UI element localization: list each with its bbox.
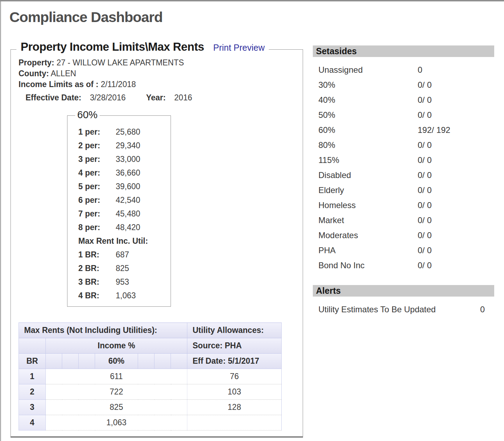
setaside-value: 0/ 0 — [418, 261, 432, 270]
income-col-empty-cell — [154, 354, 171, 369]
utility-allowance-cell: 103 — [187, 384, 282, 400]
setaside-row: Market 0/ 0 — [313, 213, 494, 228]
year-value: 2016 — [174, 93, 192, 102]
limit-row-label: Max Rent Inc. Util: — [78, 236, 148, 246]
br-number-cell: 1 — [19, 369, 46, 384]
limit-row-value: 825 — [116, 264, 129, 273]
county-value: ALLEN — [51, 69, 76, 78]
alert-value: 0 — [480, 305, 485, 314]
setaside-value: 0 — [418, 65, 422, 75]
limit-row-value: 29,340 — [116, 141, 140, 150]
max-rent-cell: 1,063 — [46, 415, 187, 431]
limit-row-label: 3 per: — [78, 155, 116, 164]
setaside-row: 30% 0/ 0 — [313, 77, 494, 92]
limit-row: 4 BR: 1,063 — [78, 289, 171, 303]
table-row: 3 825 128 — [19, 400, 282, 415]
limit-row: 3 per: 33,000 — [78, 152, 171, 166]
limit-row: 4 per: 36,660 — [78, 166, 171, 180]
table-row: 4 1,063 — [19, 415, 282, 431]
limit-row-label: 2 BR: — [78, 264, 116, 273]
property-label: Property: — [19, 58, 54, 67]
limit-row-value: 45,480 — [116, 209, 140, 219]
limit-row-label: 1 per: — [78, 127, 116, 137]
income-limits-60pct-box: 60% 1 per: 25,680 2 per: 29,340 3 per: 3… — [67, 115, 171, 307]
table-header-row-3: BR 60% Eff Date: 5/1/2017 — [19, 354, 282, 369]
effective-date-value: 3/28/2016 — [90, 93, 125, 102]
setaside-label: PHA — [318, 246, 418, 255]
limit-row: 1 per: 25,680 — [78, 125, 171, 139]
max-rents-table: Max Rents (Not Including Utilities): Uti… — [19, 322, 282, 431]
setaside-label: Homeless — [318, 200, 418, 210]
limit-row-label: 6 per: — [78, 195, 116, 205]
br-header-cell: BR — [19, 354, 46, 369]
setaside-row: Bond No Inc 0/ 0 — [313, 258, 494, 273]
limit-row: 5 per: 39,600 — [78, 180, 171, 193]
source-header-cell: Source: PHA — [187, 338, 282, 354]
setaside-label: Disabled — [318, 170, 418, 180]
year-label: Year: — [146, 93, 166, 102]
setaside-row: 115% 0/ 0 — [313, 152, 494, 168]
setaside-row: PHA 0/ 0 — [313, 243, 494, 258]
limit-row: 6 per: 42,540 — [78, 193, 171, 207]
setaside-row: Elderly 0/ 0 — [313, 183, 494, 198]
max-rent-cell: 611 — [46, 369, 187, 384]
pct-60-header-cell: 60% — [95, 354, 138, 369]
setaside-label: Elderly — [318, 185, 418, 195]
alert-row: Utility Estimates To Be Updated 0 — [313, 302, 494, 317]
limit-row-label: 7 per: — [78, 209, 116, 219]
limit-row-value: 33,000 — [116, 155, 140, 164]
income-pct-header-cell: Income % — [46, 338, 187, 354]
setaside-value: 0/ 0 — [418, 200, 432, 210]
income-col-empty-cell — [79, 354, 95, 369]
setaside-label: 80% — [318, 140, 418, 150]
setaside-row: 60% 192/ 192 — [313, 122, 494, 137]
table-header-row-2: Income % Source: PHA — [19, 338, 282, 354]
effective-date-line: Effective Date: 3/28/2016 Year: 2016 — [26, 93, 303, 102]
compliance-dashboard-window: Compliance Dashboard Property Income Lim… — [0, 0, 504, 441]
setaside-row: 40% 0/ 0 — [313, 92, 494, 107]
empty-header-cell — [19, 338, 46, 354]
setasides-list: Unassigned 0 30% 0/ 0 40% 0/ 0 50% 0/ 0 — [313, 62, 494, 273]
setaside-value: 0/ 0 — [418, 215, 432, 225]
eff-date-header-cell: Eff Date: 5/1/2017 — [187, 354, 282, 369]
utility-allowance-cell: 76 — [187, 369, 282, 384]
county-line: County: ALLEN — [19, 68, 303, 79]
property-line: Property: 27 - WILLOW LAKE APARTMENTS — [19, 57, 303, 68]
setaside-value: 0/ 0 — [418, 155, 432, 165]
limit-row-value: 36,660 — [116, 168, 140, 178]
br-number-cell: 2 — [19, 384, 46, 400]
limit-row: 1 BR: 687 — [78, 248, 171, 262]
setaside-row: 80% 0/ 0 — [313, 137, 494, 152]
panel-title: Property Income Limits\Max Rents — [21, 40, 204, 54]
property-income-limits-panel: Property Income Limits\Max Rents Print P… — [10, 49, 303, 438]
limit-row-label: 1 BR: — [78, 250, 116, 259]
max-rent-cell: 722 — [46, 384, 187, 400]
income-limits-as-of-line: Income Limits as of : 2/11/2018 — [19, 79, 303, 90]
setaside-label: Unassigned — [318, 65, 418, 75]
max-rent-cell: 825 — [46, 400, 187, 415]
income-col-empty-cell — [62, 354, 79, 369]
setaside-row: 50% 0/ 0 — [313, 107, 494, 122]
setaside-value: 0/ 0 — [418, 230, 432, 240]
limit-row-label: 8 per: — [78, 223, 116, 232]
alerts-section: Alerts Utility Estimates To Be Updated 0 — [313, 285, 494, 317]
page-title: Compliance Dashboard — [9, 9, 163, 26]
setaside-value: 0/ 0 — [418, 80, 432, 90]
table-row: 2 722 103 — [19, 384, 282, 400]
limit-row-value: 25,680 — [116, 127, 140, 137]
setaside-label: 30% — [318, 80, 418, 90]
setaside-value: 0/ 0 — [418, 110, 432, 120]
print-preview-link[interactable]: Print Preview — [213, 43, 265, 53]
setaside-label: 50% — [318, 110, 418, 120]
br-number-cell: 4 — [19, 415, 46, 431]
income-limits-as-of-value: 2/11/2018 — [101, 80, 136, 89]
setasides-header: Setasides — [313, 45, 494, 57]
limit-row-label: 2 per: — [78, 141, 116, 150]
setaside-label: Moderates — [318, 230, 418, 240]
income-limits-as-of-label: Income Limits as of : — [19, 80, 99, 89]
setaside-value: 0/ 0 — [418, 95, 432, 105]
income-col-empty-cell — [171, 354, 187, 369]
county-label: County: — [19, 69, 49, 78]
panel-legend: Property Income Limits\Max Rents Print P… — [16, 40, 269, 54]
setaside-label: 115% — [318, 155, 418, 165]
